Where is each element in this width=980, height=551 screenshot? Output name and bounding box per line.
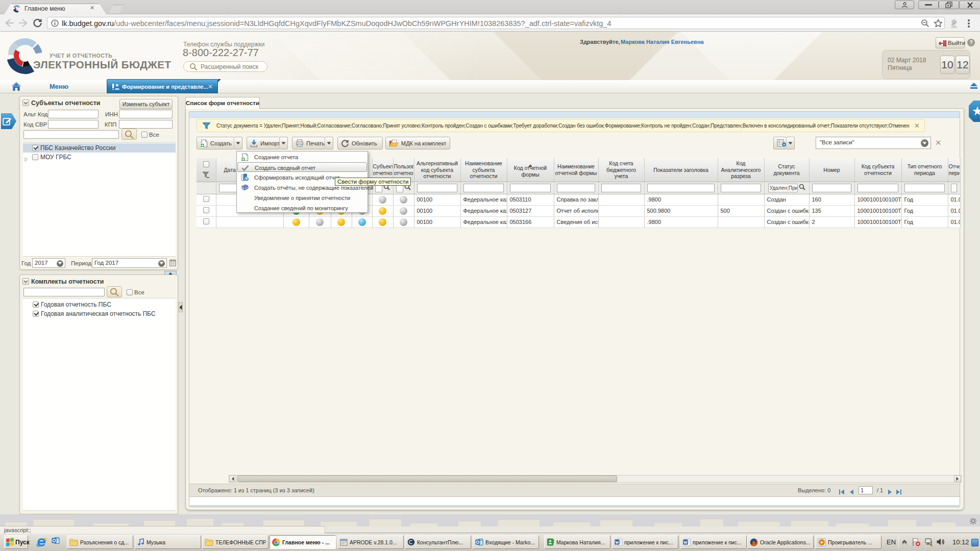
page-gear-icon[interactable] [969,517,977,527]
table-settings-button[interactable] [773,137,787,149]
reload-icon[interactable] [32,18,43,28]
subjects-collapse-icon[interactable] [22,99,29,106]
filter-input[interactable] [904,184,945,192]
status-filter-input[interactable]: Удален;При [768,184,798,192]
filter-input[interactable] [647,184,715,192]
change-subject-button[interactable]: Изменить субъект [119,99,173,109]
advanced-search-box[interactable]: Расширенный поиск [183,61,267,72]
kits-search-input[interactable] [23,288,105,296]
page-first-icon[interactable] [839,488,845,497]
tray-network-icon[interactable] [924,538,934,548]
taskbar-button[interactable]: APRODE v.28.1.0... [337,535,404,549]
tray-flag-icon[interactable] [912,538,921,548]
extension-icon[interactable] [948,18,960,29]
logout-button[interactable]: Выйти [936,37,965,48]
tab-close-icon[interactable]: ✕ [90,5,94,11]
select-all-checkbox[interactable] [203,161,209,167]
page-number-input[interactable]: 1 [859,486,873,494]
nav-tab-close-icon[interactable]: ✕ [208,83,213,90]
help-icon[interactable]: ? [967,39,975,46]
home-icon[interactable] [11,82,21,93]
tree-checkbox-0[interactable] [32,145,38,151]
menu-item[interactable]: Создать сводный отчет [237,162,367,172]
table-h-scrollbar[interactable] [229,475,962,483]
year-select[interactable]: 2017 [32,258,65,268]
period-select[interactable]: Год 2017 [92,258,167,268]
status-filter-close-icon[interactable]: ✕ [914,122,920,130]
filter-input[interactable] [417,184,457,192]
show-desktop-button[interactable] [971,539,978,546]
taskbar-button[interactable]: Разъяснения о сд... [67,535,133,549]
import-button-arrow[interactable] [279,137,288,149]
menu-item[interactable]: Уведомление о принятии отчетности [237,193,367,203]
quicklaunch-outlook-icon[interactable] [52,537,64,549]
close-window-icon[interactable] [959,1,980,9]
calendar-icon[interactable] [169,259,176,268]
svr-code-input[interactable] [48,120,99,129]
url-text[interactable]: lk.budget.gov.ru/udu-webcenter/faces/men… [62,19,919,28]
subjects-search-button[interactable] [121,129,137,140]
create-button[interactable]: Создать [197,137,234,149]
taskbar-button[interactable]: КонсультантПлю... [405,535,471,549]
bookmark-star-icon[interactable] [934,19,943,28]
table-settings-arrow[interactable] [786,137,795,149]
tree-checkbox-1[interactable] [32,154,38,160]
column-header[interactable]: Статус документа [764,158,809,182]
taskbar-button[interactable]: Oracle Applications... [747,535,814,549]
taskbar-button[interactable]: приложение к пис... [612,535,678,549]
tray-volume-icon[interactable] [936,538,945,548]
taskbar-button[interactable]: ТЕЛЕФОННЫЕ СПР... [202,535,268,549]
h-scroll-thumb[interactable] [237,475,617,482]
user-name-link[interactable]: Маркова Наталия Евгеньевна [621,39,704,45]
records-filter-combobox[interactable]: "Все записи" [816,137,931,149]
address-bar[interactable]: lk.budget.gov.ru/udu-webcenter/faces/men… [47,17,945,29]
nav-menu-label[interactable]: Меню [50,83,68,90]
favorites-star-badge[interactable] [969,101,980,122]
dropdown-arrow-icon[interactable] [158,260,165,267]
refresh-button[interactable]: Обновить [337,137,383,149]
kit-checkbox-1[interactable] [33,311,39,317]
column-header[interactable]: Показатели заголовка [644,158,718,182]
filter-input[interactable] [601,184,641,192]
column-header[interactable]: Альтернативный код субъекта отчетности [414,158,460,182]
kits-all-checkbox[interactable] [127,289,133,295]
row-checkbox[interactable] [203,196,209,202]
filter-input[interactable] [857,184,898,192]
report-list-tab[interactable]: Список форм отчетности [185,97,260,109]
mdk-button[interactable]: МДК на комплект [385,137,450,149]
tray-language-label[interactable]: EN [887,538,896,546]
dropdown-arrow-icon[interactable] [57,260,63,267]
edit-subject-flag-icon[interactable] [1,113,16,129]
filter-input[interactable] [951,184,957,192]
kit-item-0[interactable]: Годовая отчетность ПБС [23,300,176,309]
zoom-out-icon[interactable] [921,19,930,28]
filter-input[interactable] [510,184,551,192]
subjects-search-input[interactable] [23,130,119,139]
taskbar-button[interactable]: Главное меню - ... [270,535,336,549]
column-header[interactable]: Номер [809,158,854,182]
tray-expand-icon[interactable] [901,538,908,547]
kit-checkbox-0[interactable] [33,302,39,308]
h-scroll-left-arrow[interactable] [229,475,236,482]
new-tab-button[interactable] [109,5,124,13]
page-prev-icon[interactable] [849,488,854,497]
filter-input[interactable] [812,184,851,192]
clear-filter-icon[interactable] [197,171,215,180]
create-button-arrow[interactable] [234,137,242,149]
start-button[interactable]: Пуск [4,535,28,549]
forward-icon[interactable] [18,18,29,28]
taskbar-button[interactable]: приложение к пис... [680,535,747,549]
taskbar-button[interactable]: Входящие - Marko... [473,535,539,549]
kits-collapse-icon[interactable] [22,278,29,285]
table-row[interactable]: 00100Федеральное казн0503166Сведения об … [197,216,960,228]
filter-search-icon[interactable] [799,183,805,192]
taskbar-button[interactable]: Проигрыватель ... [815,535,881,549]
profile-button[interactable] [895,1,914,9]
back-icon[interactable] [4,18,15,28]
restore-icon[interactable] [939,1,959,9]
tray-clock-label[interactable]: 10:12 [952,538,969,546]
filter-input[interactable] [721,184,761,192]
column-header[interactable]: Код субъекта отчетности [854,158,901,182]
subjects-all-checkbox[interactable] [141,132,148,138]
records-filter-clear-icon[interactable]: ✕ [935,138,942,147]
